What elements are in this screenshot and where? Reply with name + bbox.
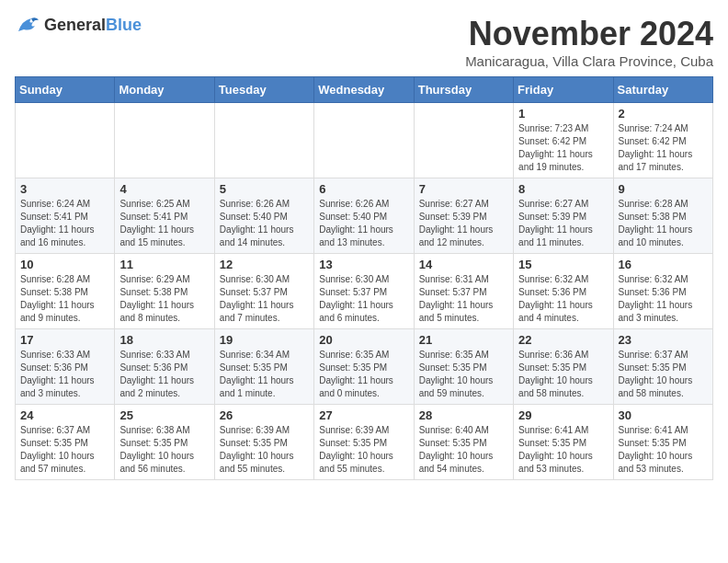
day-info: Sunrise: 6:30 AM Sunset: 5:37 PM Dayligh… bbox=[319, 273, 408, 325]
calendar-cell: 1Sunrise: 7:23 AM Sunset: 6:42 PM Daylig… bbox=[514, 103, 613, 178]
calendar-cell: 25Sunrise: 6:38 AM Sunset: 5:35 PM Dayli… bbox=[115, 405, 214, 480]
calendar-cell: 27Sunrise: 6:39 AM Sunset: 5:35 PM Dayli… bbox=[314, 405, 414, 480]
calendar-cell: 16Sunrise: 6:32 AM Sunset: 5:36 PM Dayli… bbox=[613, 254, 712, 329]
day-number: 10 bbox=[20, 258, 109, 271]
calendar-cell bbox=[214, 103, 313, 178]
day-number: 18 bbox=[119, 333, 209, 347]
day-info: Sunrise: 6:27 AM Sunset: 5:39 PM Dayligh… bbox=[419, 198, 508, 249]
calendar-cell: 10Sunrise: 6:28 AM Sunset: 5:38 PM Dayli… bbox=[16, 254, 115, 329]
day-info: Sunrise: 6:27 AM Sunset: 5:39 PM Dayligh… bbox=[518, 198, 608, 249]
logo-blue-text: Blue bbox=[106, 16, 142, 34]
day-number: 26 bbox=[220, 408, 309, 422]
header: GeneralBlue November 2024 Manicaragua, V… bbox=[15, 15, 713, 69]
day-number: 29 bbox=[518, 408, 608, 422]
calendar-cell: 14Sunrise: 6:31 AM Sunset: 5:37 PM Dayli… bbox=[414, 254, 513, 329]
day-info: Sunrise: 6:31 AM Sunset: 5:37 PM Dayligh… bbox=[419, 273, 508, 325]
day-number: 23 bbox=[619, 333, 708, 347]
day-info: Sunrise: 6:33 AM Sunset: 5:36 PM Dayligh… bbox=[119, 349, 209, 400]
day-info: Sunrise: 6:26 AM Sunset: 5:40 PM Dayligh… bbox=[220, 198, 309, 249]
day-info: Sunrise: 6:37 AM Sunset: 5:35 PM Dayligh… bbox=[20, 424, 109, 476]
day-info: Sunrise: 6:35 AM Sunset: 5:35 PM Dayligh… bbox=[419, 349, 508, 400]
day-number: 6 bbox=[319, 182, 408, 196]
day-number: 16 bbox=[619, 258, 708, 271]
calendar-cell: 18Sunrise: 6:33 AM Sunset: 5:36 PM Dayli… bbox=[115, 329, 214, 405]
day-number: 2 bbox=[619, 107, 708, 121]
calendar-cell: 11Sunrise: 6:29 AM Sunset: 5:38 PM Dayli… bbox=[115, 254, 214, 329]
logo-bird-icon bbox=[15, 15, 40, 35]
week-row-5: 24Sunrise: 6:37 AM Sunset: 5:35 PM Dayli… bbox=[16, 405, 713, 480]
week-row-1: 1Sunrise: 7:23 AM Sunset: 6:42 PM Daylig… bbox=[16, 103, 713, 178]
day-number: 1 bbox=[518, 107, 608, 121]
calendar-cell bbox=[314, 103, 414, 178]
calendar-cell: 17Sunrise: 6:33 AM Sunset: 5:36 PM Dayli… bbox=[16, 329, 115, 405]
day-info: Sunrise: 6:30 AM Sunset: 5:37 PM Dayligh… bbox=[220, 273, 309, 325]
title-area: November 2024 Manicaragua, Villa Clara P… bbox=[465, 15, 713, 69]
calendar-cell bbox=[115, 103, 214, 178]
week-row-4: 17Sunrise: 6:33 AM Sunset: 5:36 PM Dayli… bbox=[16, 329, 713, 405]
day-number: 21 bbox=[419, 333, 508, 347]
day-info: Sunrise: 6:33 AM Sunset: 5:36 PM Dayligh… bbox=[20, 349, 109, 400]
weekday-header-wednesday: Wednesday bbox=[314, 77, 414, 103]
day-number: 20 bbox=[319, 333, 408, 347]
calendar-cell: 29Sunrise: 6:41 AM Sunset: 5:35 PM Dayli… bbox=[514, 405, 613, 480]
day-info: Sunrise: 7:24 AM Sunset: 6:42 PM Dayligh… bbox=[619, 122, 708, 174]
day-number: 15 bbox=[518, 258, 608, 271]
day-info: Sunrise: 6:37 AM Sunset: 5:35 PM Dayligh… bbox=[619, 349, 708, 400]
week-row-2: 3Sunrise: 6:24 AM Sunset: 5:41 PM Daylig… bbox=[16, 178, 713, 254]
day-number: 9 bbox=[619, 182, 708, 196]
day-number: 4 bbox=[119, 182, 209, 196]
calendar-cell: 21Sunrise: 6:35 AM Sunset: 5:35 PM Dayli… bbox=[414, 329, 513, 405]
calendar-cell: 3Sunrise: 6:24 AM Sunset: 5:41 PM Daylig… bbox=[16, 178, 115, 254]
day-info: Sunrise: 6:32 AM Sunset: 5:36 PM Dayligh… bbox=[518, 273, 608, 325]
calendar-table: SundayMondayTuesdayWednesdayThursdayFrid… bbox=[15, 76, 713, 480]
calendar-cell: 30Sunrise: 6:41 AM Sunset: 5:35 PM Dayli… bbox=[613, 405, 712, 480]
day-info: Sunrise: 6:28 AM Sunset: 5:38 PM Dayligh… bbox=[20, 273, 109, 325]
calendar-cell: 28Sunrise: 6:40 AM Sunset: 5:35 PM Dayli… bbox=[414, 405, 513, 480]
day-info: Sunrise: 6:36 AM Sunset: 5:35 PM Dayligh… bbox=[518, 349, 608, 400]
day-number: 25 bbox=[119, 408, 209, 422]
day-number: 24 bbox=[20, 408, 109, 422]
weekday-header-monday: Monday bbox=[115, 77, 214, 103]
calendar-cell: 13Sunrise: 6:30 AM Sunset: 5:37 PM Dayli… bbox=[314, 254, 414, 329]
day-number: 14 bbox=[419, 258, 508, 271]
calendar-cell: 20Sunrise: 6:35 AM Sunset: 5:35 PM Dayli… bbox=[314, 329, 414, 405]
calendar-cell: 7Sunrise: 6:27 AM Sunset: 5:39 PM Daylig… bbox=[414, 178, 513, 254]
day-number: 12 bbox=[220, 258, 309, 271]
weekday-header-tuesday: Tuesday bbox=[214, 77, 313, 103]
day-number: 22 bbox=[518, 333, 608, 347]
weekday-header-thursday: Thursday bbox=[414, 77, 513, 103]
day-number: 13 bbox=[319, 258, 408, 271]
logo: GeneralBlue bbox=[15, 15, 142, 35]
day-info: Sunrise: 6:29 AM Sunset: 5:38 PM Dayligh… bbox=[119, 273, 209, 325]
day-number: 30 bbox=[619, 408, 708, 422]
calendar-cell: 26Sunrise: 6:39 AM Sunset: 5:35 PM Dayli… bbox=[214, 405, 313, 480]
calendar-cell: 23Sunrise: 6:37 AM Sunset: 5:35 PM Dayli… bbox=[613, 329, 712, 405]
day-info: Sunrise: 6:24 AM Sunset: 5:41 PM Dayligh… bbox=[20, 198, 109, 249]
day-info: Sunrise: 6:34 AM Sunset: 5:35 PM Dayligh… bbox=[220, 349, 309, 400]
week-row-3: 10Sunrise: 6:28 AM Sunset: 5:38 PM Dayli… bbox=[16, 254, 713, 329]
calendar-cell: 4Sunrise: 6:25 AM Sunset: 5:41 PM Daylig… bbox=[115, 178, 214, 254]
calendar-cell: 15Sunrise: 6:32 AM Sunset: 5:36 PM Dayli… bbox=[514, 254, 613, 329]
day-info: Sunrise: 6:40 AM Sunset: 5:35 PM Dayligh… bbox=[419, 424, 508, 476]
day-info: Sunrise: 6:28 AM Sunset: 5:38 PM Dayligh… bbox=[619, 198, 708, 249]
calendar-cell bbox=[414, 103, 513, 178]
day-number: 7 bbox=[419, 182, 508, 196]
calendar-cell: 24Sunrise: 6:37 AM Sunset: 5:35 PM Dayli… bbox=[16, 405, 115, 480]
logo-general-text: General bbox=[44, 16, 106, 34]
day-info: Sunrise: 6:39 AM Sunset: 5:35 PM Dayligh… bbox=[319, 424, 408, 476]
calendar-cell: 2Sunrise: 7:24 AM Sunset: 6:42 PM Daylig… bbox=[613, 103, 712, 178]
weekday-header-row: SundayMondayTuesdayWednesdayThursdayFrid… bbox=[16, 77, 713, 103]
location-title: Manicaragua, Villa Clara Province, Cuba bbox=[465, 53, 713, 69]
calendar-cell: 19Sunrise: 6:34 AM Sunset: 5:35 PM Dayli… bbox=[214, 329, 313, 405]
day-info: Sunrise: 6:38 AM Sunset: 5:35 PM Dayligh… bbox=[119, 424, 209, 476]
day-number: 27 bbox=[319, 408, 408, 422]
day-number: 28 bbox=[419, 408, 508, 422]
day-info: Sunrise: 7:23 AM Sunset: 6:42 PM Dayligh… bbox=[518, 122, 608, 174]
day-number: 11 bbox=[119, 258, 209, 271]
day-number: 8 bbox=[518, 182, 608, 196]
day-info: Sunrise: 6:41 AM Sunset: 5:35 PM Dayligh… bbox=[518, 424, 608, 476]
weekday-header-sunday: Sunday bbox=[16, 77, 115, 103]
calendar-cell: 12Sunrise: 6:30 AM Sunset: 5:37 PM Dayli… bbox=[214, 254, 313, 329]
day-number: 17 bbox=[20, 333, 109, 347]
calendar-cell: 5Sunrise: 6:26 AM Sunset: 5:40 PM Daylig… bbox=[214, 178, 313, 254]
